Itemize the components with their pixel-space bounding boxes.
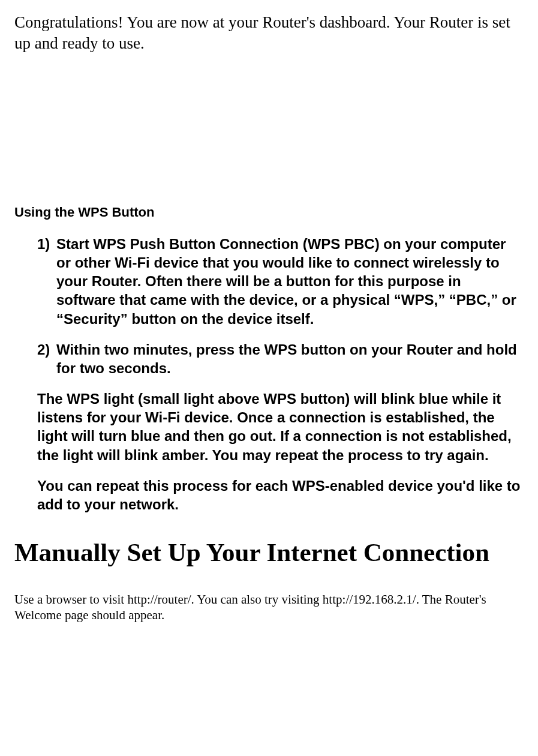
wps-step-1: 1) Start WPS Push Button Connection (WPS… (37, 235, 524, 328)
wps-section-heading: Using the WPS Button (14, 204, 524, 221)
wps-step-2: 2) Within two minutes, press the WPS but… (37, 340, 524, 377)
intro-paragraph: Congratulations! You are now at your Rou… (14, 12, 524, 54)
wps-step-2-text: Within two minutes, press the WPS button… (56, 340, 524, 377)
manual-setup-heading: Manually Set Up Your Internet Connection (14, 538, 524, 567)
manual-instruction: Use a browser to visit http://router/. Y… (14, 592, 524, 623)
wps-step-1-text: Start WPS Push Button Connection (WPS PB… (56, 235, 524, 328)
list-marker-2: 2) (37, 340, 56, 377)
list-marker-1: 1) (37, 235, 56, 328)
wps-light-info: The WPS light (small light above WPS but… (37, 389, 524, 464)
wps-repeat-info: You can repeat this process for each WPS… (37, 476, 524, 514)
